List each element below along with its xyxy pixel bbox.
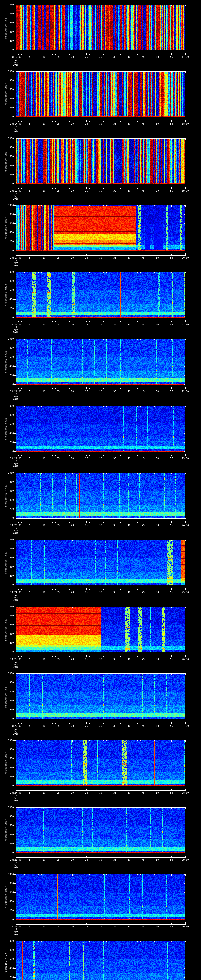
- x-end-time-label: 26:00: [177, 658, 194, 660]
- spectrogram-stack-page: Frequency (Hz)1000800600400200010:16:005…: [0, 0, 201, 980]
- y-tick-label: 200: [0, 240, 14, 243]
- y-tick-label: 600: [0, 757, 14, 760]
- spectrogram-panel: Frequency (Hz)1000800600400200010:21:005…: [0, 334, 201, 401]
- frequency-axis-title: Frequency (Hz): [5, 886, 7, 908]
- x-end-time-label: 29:00: [177, 859, 194, 861]
- spectrogram-panel: Frequency (Hz)1000800600400200010:30:005…: [0, 937, 201, 980]
- y-tick-label: 600: [0, 356, 14, 358]
- y-tick-label: 200: [0, 173, 14, 176]
- date-label: 2016: [7, 532, 24, 535]
- y-tick-label: 0: [0, 718, 14, 720]
- x-end-time-label: 22:00: [177, 390, 194, 393]
- spectrogram-plot: [0, 937, 201, 980]
- frequency-axis-title: Frequency (Hz): [5, 16, 7, 38]
- y-tick-label: 400: [0, 231, 14, 234]
- y-tick-label: 1000: [0, 338, 14, 340]
- y-tick-label: 200: [0, 374, 14, 377]
- y-tick-label: 1000: [0, 672, 14, 675]
- y-tick-label: 400: [0, 365, 14, 368]
- y-tick-label: 200: [0, 107, 14, 109]
- y-tick-label: 1000: [0, 739, 14, 742]
- frequency-axis-title: Frequency (Hz): [5, 217, 7, 239]
- spectrogram-panel: Frequency (Hz)1000800600400200010:27:005…: [0, 736, 201, 803]
- y-tick-label: 800: [0, 79, 14, 82]
- y-tick-label: 800: [0, 681, 14, 684]
- frequency-axis-title: Frequency (Hz): [5, 551, 7, 574]
- y-tick-label: 1000: [0, 70, 14, 73]
- y-tick-label: 600: [0, 557, 14, 559]
- y-tick-label: 200: [0, 708, 14, 711]
- y-tick-label: 0: [0, 784, 14, 787]
- y-tick-label: 800: [0, 146, 14, 149]
- x-end-time-label: 21:00: [177, 323, 194, 326]
- x-end-time-label: 20:00: [177, 256, 194, 259]
- y-tick-label: 400: [0, 700, 14, 702]
- y-tick-label: 600: [0, 222, 14, 224]
- x-end-time-label: 28:00: [177, 792, 194, 794]
- y-tick-label: 200: [0, 642, 14, 644]
- date-label: 2016: [7, 465, 24, 468]
- y-tick-label: 0: [0, 183, 14, 185]
- y-tick-label: 0: [0, 49, 14, 51]
- y-tick-label: 0: [0, 383, 14, 385]
- y-tick-label: 800: [0, 882, 14, 885]
- y-tick-label: 600: [0, 958, 14, 960]
- y-tick-label: 800: [0, 949, 14, 951]
- y-tick-label: 600: [0, 490, 14, 492]
- date-label: 2016: [7, 197, 24, 200]
- y-tick-label: 400: [0, 499, 14, 501]
- y-tick-label: 0: [0, 584, 14, 586]
- spectrogram-panel: Frequency (Hz)1000800600400200010:23:005…: [0, 468, 201, 535]
- spectrogram-panel: Frequency (Hz)1000800600400200010:22:005…: [0, 401, 201, 468]
- y-tick-label: 0: [0, 918, 14, 921]
- date-label: 2016: [7, 331, 24, 334]
- y-tick-label: 1000: [0, 271, 14, 274]
- y-tick-label: 400: [0, 766, 14, 769]
- y-tick-label: 0: [0, 651, 14, 653]
- y-tick-label: 600: [0, 423, 14, 425]
- frequency-axis-title: Frequency (Hz): [5, 150, 7, 172]
- y-tick-label: 800: [0, 815, 14, 818]
- frequency-axis-title: Frequency (Hz): [5, 350, 7, 373]
- y-tick-label: 800: [0, 12, 14, 15]
- spectrogram-panel: Frequency (Hz)1000800600400200010:19:005…: [0, 201, 201, 267]
- y-tick-label: 1000: [0, 538, 14, 541]
- y-tick-label: 200: [0, 441, 14, 444]
- y-tick-label: 600: [0, 21, 14, 24]
- frequency-axis-title: Frequency (Hz): [5, 283, 7, 306]
- y-tick-label: 200: [0, 575, 14, 577]
- y-tick-label: 1000: [0, 472, 14, 474]
- y-tick-label: 200: [0, 307, 14, 310]
- y-tick-label: 0: [0, 851, 14, 854]
- x-end-time-label: 19:00: [177, 190, 194, 192]
- y-tick-label: 600: [0, 690, 14, 693]
- y-tick-label: 400: [0, 900, 14, 903]
- spectrogram-panel: Frequency (Hz)1000800600400200010:25:005…: [0, 602, 201, 669]
- spectrogram-panel: Frequency (Hz)1000800600400200010:24:005…: [0, 535, 201, 602]
- y-tick-label: 0: [0, 517, 14, 519]
- y-tick-label: 400: [0, 298, 14, 301]
- x-end-time-label: 17:00: [177, 56, 194, 59]
- date-label: 2016: [7, 398, 24, 401]
- date-label: 2016: [7, 64, 24, 66]
- y-tick-label: 800: [0, 213, 14, 216]
- date-label: 2016: [7, 800, 24, 802]
- spectrogram-panel: Frequency (Hz)1000800600400200010:17:005…: [0, 67, 201, 134]
- y-tick-label: 1000: [0, 405, 14, 407]
- y-tick-label: 0: [0, 450, 14, 453]
- date-label: 2016: [7, 264, 24, 267]
- y-tick-label: 200: [0, 976, 14, 978]
- y-tick-label: 1000: [0, 3, 14, 6]
- y-tick-label: 1000: [0, 137, 14, 140]
- y-tick-label: 1000: [0, 204, 14, 207]
- y-tick-label: 200: [0, 40, 14, 42]
- spectrogram-panel: Frequency (Hz)1000800600400200010:29:005…: [0, 870, 201, 937]
- spectrogram-panel: Frequency (Hz)1000800600400200010:28:005…: [0, 803, 201, 870]
- y-tick-label: 600: [0, 891, 14, 894]
- y-tick-label: 400: [0, 432, 14, 434]
- date-label: 2016: [7, 599, 24, 601]
- y-tick-label: 400: [0, 834, 14, 836]
- y-tick-label: 600: [0, 155, 14, 158]
- y-tick-label: 800: [0, 547, 14, 550]
- y-tick-label: 600: [0, 88, 14, 91]
